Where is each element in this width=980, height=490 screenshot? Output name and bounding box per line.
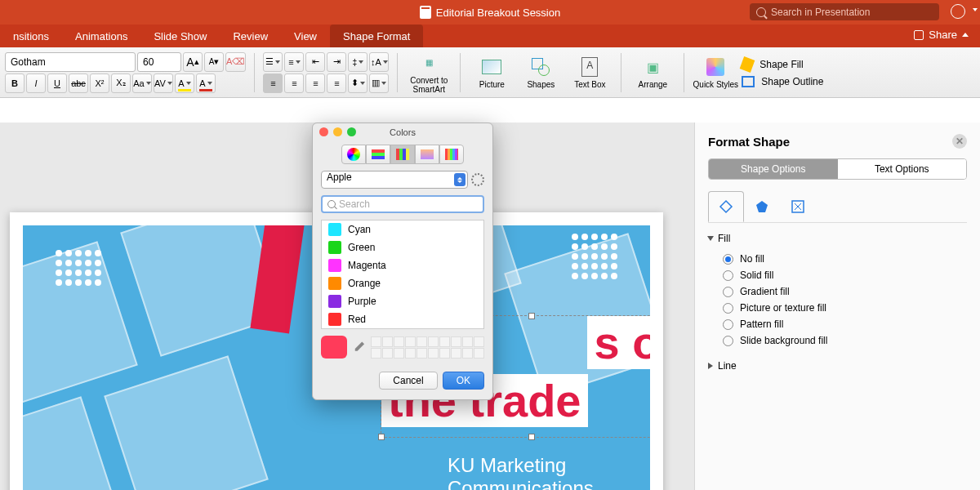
- decrease-indent-button[interactable]: ⇤: [305, 52, 325, 72]
- colors-titlebar[interactable]: Colors: [313, 123, 492, 141]
- color-row[interactable]: Magenta: [322, 256, 483, 274]
- ok-button[interactable]: OK: [443, 372, 484, 390]
- tab-slideshow[interactable]: Slide Show: [140, 24, 220, 47]
- fill-option[interactable]: Gradient fill: [723, 283, 967, 300]
- italic-button[interactable]: I: [26, 74, 46, 93]
- recent-colors-grid[interactable]: [371, 336, 484, 359]
- arrange-button[interactable]: ▣Arrange: [630, 51, 675, 95]
- window-controls[interactable]: [319, 127, 356, 136]
- text-direction-button[interactable]: ↕A: [369, 52, 389, 72]
- zoom-icon[interactable]: [347, 127, 356, 136]
- shape-outline-button[interactable]: Shape Outline: [742, 76, 825, 87]
- align-right-button[interactable]: ≡: [305, 74, 325, 93]
- font-size-select[interactable]: 60: [137, 52, 181, 72]
- line-section-header[interactable]: Line: [708, 355, 967, 376]
- resize-handle[interactable]: [528, 313, 535, 319]
- fill-option[interactable]: No fill: [723, 251, 967, 267]
- color-row[interactable]: Purple: [322, 292, 483, 310]
- color-search-input[interactable]: Search: [321, 195, 484, 213]
- tab-animations[interactable]: Animations: [62, 24, 140, 47]
- size-icon: [790, 198, 806, 215]
- bullets-button[interactable]: ☰: [263, 52, 283, 72]
- tab-view[interactable]: View: [281, 24, 330, 47]
- color-name: Green: [348, 242, 375, 253]
- color-row[interactable]: Yellow: [322, 328, 483, 329]
- color-modes: [313, 141, 492, 171]
- feedback-icon[interactable]: [951, 4, 965, 19]
- title-dropdown-icon[interactable]: [973, 8, 978, 11]
- current-color-swatch[interactable]: [321, 336, 347, 359]
- change-case-button[interactable]: Aa: [132, 74, 152, 93]
- options-segment: Shape Options Text Options: [708, 158, 967, 180]
- font-color-button[interactable]: A: [196, 74, 216, 93]
- color-sliders-mode[interactable]: [366, 145, 390, 164]
- search-input[interactable]: Search in Presentation: [750, 3, 939, 20]
- tab-review[interactable]: Review: [220, 24, 281, 47]
- line-spacing-button[interactable]: ‡: [348, 52, 368, 72]
- char-spacing-button[interactable]: AV: [154, 74, 173, 93]
- fill-option-label: Gradient fill: [740, 286, 790, 297]
- quick-styles-button[interactable]: Quick Styles: [693, 51, 738, 95]
- underline-button[interactable]: U: [47, 74, 67, 93]
- color-row[interactable]: Red: [322, 310, 483, 328]
- pencils-icon: [445, 149, 458, 160]
- picture-button[interactable]: Picture: [469, 51, 514, 95]
- image-icon: [421, 149, 434, 159]
- textbox-icon: [581, 57, 598, 77]
- share-button[interactable]: Share: [914, 29, 969, 41]
- arrange-icon: ▣: [641, 56, 664, 78]
- shapes-button[interactable]: Shapes: [518, 51, 564, 95]
- shape-fill-button[interactable]: Shape Fill: [742, 58, 825, 71]
- minimize-icon[interactable]: [333, 127, 342, 136]
- font-select[interactable]: Gotham: [5, 52, 136, 72]
- clear-format-button[interactable]: A⌫: [225, 52, 246, 72]
- numbering-button[interactable]: ≡: [284, 52, 304, 72]
- increase-font-button[interactable]: A▴: [183, 52, 203, 72]
- increase-indent-button[interactable]: ⇥: [327, 52, 346, 72]
- palette-select[interactable]: Apple: [321, 171, 468, 189]
- gear-icon[interactable]: [471, 173, 484, 186]
- bold-button[interactable]: B: [5, 74, 24, 93]
- decrease-font-button[interactable]: A▾: [204, 52, 224, 72]
- align-center-button[interactable]: ≡: [284, 74, 304, 93]
- strikethrough-button[interactable]: abc: [69, 74, 88, 93]
- eyedropper-icon[interactable]: [352, 340, 366, 354]
- size-tab[interactable]: [780, 191, 816, 222]
- color-palettes-mode[interactable]: [390, 145, 415, 164]
- resize-handle[interactable]: [378, 434, 385, 440]
- color-row[interactable]: Green: [322, 238, 483, 256]
- columns-button[interactable]: ▥: [369, 74, 389, 93]
- align-left-button[interactable]: ≡: [263, 74, 283, 93]
- color-row[interactable]: Cyan: [322, 220, 483, 238]
- tab-shape-format[interactable]: Shape Format: [330, 24, 423, 47]
- close-icon[interactable]: ✕: [952, 134, 967, 149]
- cancel-button[interactable]: Cancel: [379, 372, 437, 390]
- color-name: Cyan: [348, 224, 371, 235]
- textbox-button[interactable]: Text Box: [567, 51, 612, 95]
- fill-option[interactable]: Solid fill: [723, 267, 967, 283]
- textbox-label: Text Box: [574, 80, 605, 89]
- text-options-tab[interactable]: Text Options: [838, 159, 967, 179]
- fill-option[interactable]: Pattern fill: [723, 316, 967, 332]
- fill-option[interactable]: Slide background fill: [723, 332, 967, 349]
- superscript-button[interactable]: X²: [90, 74, 109, 93]
- effects-tab[interactable]: [744, 191, 780, 222]
- color-pencils-mode[interactable]: [439, 145, 464, 164]
- fill-option[interactable]: Picture or texture fill: [723, 300, 967, 316]
- shape-options-tab[interactable]: Shape Options: [709, 159, 838, 179]
- fill-line-tab[interactable]: [708, 191, 744, 222]
- property-tabs: [708, 191, 967, 223]
- convert-smartart-button[interactable]: ▦ Convert to SmartArt: [406, 51, 452, 95]
- justify-button[interactable]: ≡: [327, 74, 346, 93]
- resize-handle[interactable]: [528, 434, 535, 440]
- highlight-button[interactable]: A: [175, 74, 194, 93]
- search-placeholder: Search in Presentation: [771, 7, 870, 18]
- fill-section-header[interactable]: Fill: [708, 228, 967, 249]
- color-image-mode[interactable]: [415, 145, 439, 164]
- subscript-button[interactable]: X₂: [111, 74, 131, 93]
- color-wheel-mode[interactable]: [341, 145, 366, 164]
- close-icon[interactable]: [319, 127, 328, 136]
- align-vert-button[interactable]: ⬍: [348, 74, 368, 93]
- tab-transitions[interactable]: nsitions: [0, 24, 62, 47]
- color-row[interactable]: Orange: [322, 274, 483, 292]
